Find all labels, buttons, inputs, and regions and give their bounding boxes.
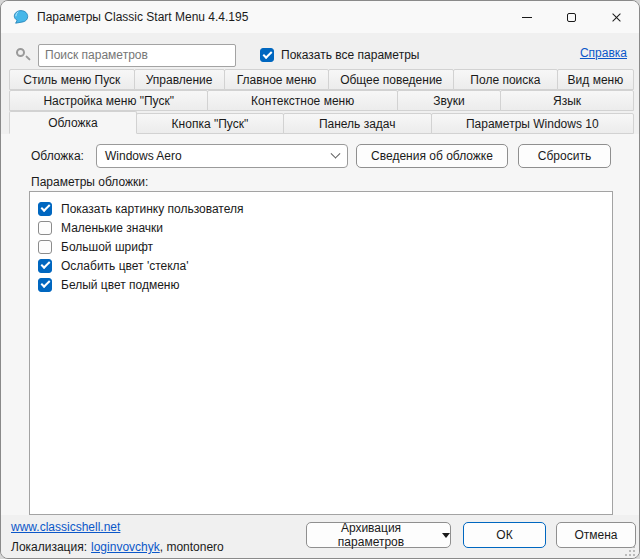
list-item[interactable]: Маленькие значки bbox=[38, 218, 604, 237]
localization-author-link[interactable]: loginvovchyk bbox=[91, 540, 160, 554]
close-button[interactable] bbox=[594, 1, 639, 33]
chevron-down-icon bbox=[331, 148, 341, 158]
tab-windows10-settings[interactable]: Параметры Windows 10 bbox=[431, 113, 634, 134]
tab-skin[interactable]: Обложка bbox=[9, 111, 137, 134]
skin-options-list[interactable]: Показать картинку пользователя Маленькие… bbox=[29, 191, 613, 515]
tab-start-menu-style[interactable]: Стиль меню Пуск bbox=[9, 69, 135, 90]
list-item[interactable]: Показать картинку пользователя bbox=[38, 199, 604, 218]
show-all-parameters-checkbox[interactable]: Показать все параметры bbox=[260, 48, 419, 62]
checkbox-icon[interactable] bbox=[38, 240, 52, 254]
minimize-button[interactable] bbox=[504, 1, 549, 33]
close-icon bbox=[611, 12, 622, 23]
website-link[interactable]: www.classicshell.net bbox=[11, 520, 120, 534]
checkbox-icon[interactable] bbox=[38, 259, 52, 273]
tab-main-menu[interactable]: Главное меню bbox=[224, 69, 330, 90]
tab-search-box[interactable]: Поле поиска bbox=[453, 69, 558, 90]
maximize-button[interactable] bbox=[549, 1, 594, 33]
search-icon bbox=[15, 47, 31, 63]
localization-suffix: , montonero bbox=[160, 540, 224, 554]
skin-details-button[interactable]: Сведения об обложке bbox=[356, 144, 508, 168]
skin-reset-button[interactable]: Сбросить bbox=[518, 144, 611, 168]
checkbox-icon[interactable] bbox=[38, 278, 52, 292]
skin-combobox[interactable]: Windows Aero bbox=[96, 144, 348, 168]
tab-page-skin: Обложка: Windows Aero Сведения об обложк… bbox=[1, 134, 639, 515]
list-item-label: Показать картинку пользователя bbox=[61, 202, 243, 216]
window-title: Параметры Classic Start Menu 4.4.195 bbox=[37, 10, 248, 24]
list-item[interactable]: Ослабить цвет 'стекла' bbox=[38, 256, 604, 275]
list-item[interactable]: Большой шрифт bbox=[38, 237, 604, 256]
classic-shell-logo-icon bbox=[13, 9, 29, 25]
checkbox-icon[interactable] bbox=[38, 221, 52, 235]
tab-context-menu[interactable]: Контекстное меню bbox=[207, 90, 397, 111]
tab-general-behavior[interactable]: Общее поведение bbox=[328, 69, 454, 90]
classic-start-menu-settings-window: Параметры Classic Start Menu 4.4.195 Пок… bbox=[0, 0, 640, 559]
tab-menu-look[interactable]: Вид меню bbox=[557, 69, 634, 90]
tab-row-1: Стиль меню Пуск Управление Главное меню … bbox=[1, 69, 639, 90]
help-link[interactable]: Справка bbox=[580, 46, 627, 60]
skin-options-label: Параметры обложки: bbox=[31, 176, 639, 189]
backup-settings-label: Архивация параметров bbox=[307, 521, 435, 549]
ok-button[interactable]: ОК bbox=[463, 522, 546, 548]
tab-start-button[interactable]: Кнопка "Пуск" bbox=[136, 113, 284, 134]
search-toolbar: Показать все параметры Справка bbox=[1, 33, 639, 69]
resize-grip-icon[interactable] bbox=[624, 545, 636, 557]
checkbox-icon[interactable] bbox=[38, 202, 52, 216]
list-item[interactable]: Белый цвет подменю bbox=[38, 275, 604, 294]
skin-combobox-value: Windows Aero bbox=[105, 149, 332, 163]
search-input[interactable] bbox=[38, 44, 236, 67]
tab-taskbar[interactable]: Панель задач bbox=[283, 113, 432, 134]
show-all-parameters-label: Показать все параметры bbox=[281, 48, 419, 62]
checkbox-icon bbox=[260, 48, 274, 62]
tab-language[interactable]: Язык bbox=[500, 90, 634, 111]
list-item-label: Большой шрифт bbox=[61, 240, 153, 254]
localization-label: Локализация: bbox=[11, 540, 87, 554]
minimize-icon bbox=[522, 17, 532, 18]
dropdown-arrow-icon bbox=[442, 533, 450, 538]
tab-row-2: Настройка меню "Пуск" Контекстное меню З… bbox=[1, 90, 639, 111]
tab-controls[interactable]: Управление bbox=[134, 69, 225, 90]
backup-settings-button[interactable]: Архивация параметров bbox=[306, 522, 451, 548]
tab-customize-start-menu[interactable]: Настройка меню "Пуск" bbox=[9, 90, 208, 111]
tab-sounds[interactable]: Звуки bbox=[397, 90, 501, 111]
maximize-icon bbox=[567, 13, 576, 22]
localization-line: Локализация:loginvovchyk, montonero bbox=[11, 540, 224, 554]
list-item-label: Маленькие значки bbox=[61, 221, 163, 235]
window-controls bbox=[504, 1, 639, 33]
list-item-label: Белый цвет подменю bbox=[61, 278, 180, 292]
titlebar: Параметры Classic Start Menu 4.4.195 bbox=[1, 1, 639, 33]
footer: www.classicshell.net Локализация:loginvo… bbox=[1, 515, 639, 559]
tab-row-3: Обложка Кнопка "Пуск" Панель задач Парам… bbox=[1, 111, 639, 134]
skin-label: Обложка: bbox=[31, 149, 96, 163]
skin-selector-row: Обложка: Windows Aero Сведения об обложк… bbox=[31, 144, 639, 168]
list-item-label: Ослабить цвет 'стекла' bbox=[61, 259, 189, 273]
